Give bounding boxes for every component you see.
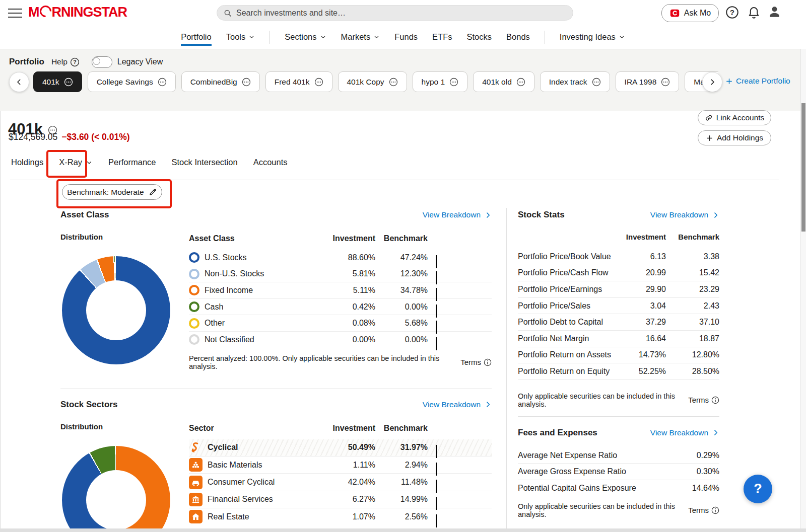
chip-menu-icon[interactable] — [158, 78, 167, 87]
nav-item-sections[interactable]: Sections — [285, 25, 326, 49]
tab-stock-intersection[interactable]: Stock Intersection — [171, 158, 239, 167]
link-accounts-button[interactable]: Link Accounts — [698, 110, 771, 125]
sector-name: Consumer Cyclical — [208, 478, 275, 487]
tab-holdings[interactable]: Holdings — [10, 158, 44, 167]
consumer-cyclical-icon — [189, 476, 203, 489]
legend-ring-icon — [189, 252, 199, 263]
add-holdings-button[interactable]: Add Holdings — [698, 130, 771, 145]
asset-class-name: Fixed Income — [205, 286, 253, 295]
investment-value: 0.42% — [327, 302, 375, 312]
tab-accounts[interactable]: Accounts — [252, 158, 289, 167]
portfolio-band: Portfolio Help ? Legacy View 401kCollege… — [0, 49, 806, 111]
sector-row: Basic Materials1.11%2.94% — [189, 456, 492, 473]
portfolio-chip-401k[interactable]: 401k — [33, 71, 82, 92]
portfolio-chip-college-savings[interactable]: College Savings — [88, 71, 176, 92]
benchmark-tick — [436, 288, 437, 301]
chip-menu-icon[interactable] — [516, 78, 525, 87]
fee-label: Average Net Expense Ratio — [518, 451, 697, 460]
stock-stats-view-breakdown-link[interactable]: View Breakdown — [650, 210, 719, 219]
chip-menu-icon[interactable] — [314, 78, 323, 87]
create-portfolio-button[interactable]: Create Portfolio — [725, 77, 790, 86]
fee-label: Average Gross Expense Ratio — [518, 467, 697, 476]
stat-benchmark-value: 28.50% — [666, 367, 719, 376]
fees-terms-link[interactable]: Terms — [688, 506, 719, 514]
profile-avatar-icon[interactable] — [768, 5, 781, 19]
main-navigation: PortfolioToolsSectionsMarketsFundsETFsSt… — [0, 25, 806, 49]
basic-materials-icon — [189, 458, 203, 472]
benchmark-tick — [436, 271, 437, 284]
fee-label: Potential Capital Gains Exposure — [518, 484, 692, 493]
chip-menu-icon[interactable] — [449, 78, 458, 87]
portfolio-chip-combinedbig[interactable]: CombinedBig — [181, 71, 260, 92]
benchmark-selector-button[interactable]: Benchmark: Moderate — [62, 184, 162, 200]
help-fab-button[interactable]: ? — [744, 475, 772, 503]
benchmark-value: 2.94% — [375, 461, 428, 470]
tab-label: Holdings — [11, 158, 43, 167]
benchmark-value: 5.68% — [375, 319, 428, 328]
fees-view-breakdown-link[interactable]: View Breakdown — [650, 428, 719, 437]
chip-menu-icon[interactable] — [64, 78, 73, 87]
search-input[interactable]: Search investments and site… — [217, 5, 573, 21]
sector-row: Financial Services6.27%14.99% — [189, 491, 492, 508]
asset-class-label-cell: Not Classified — [189, 334, 327, 345]
legacy-view-toggle[interactable] — [92, 56, 112, 68]
stat-investment-value: 14.73% — [616, 350, 666, 359]
stat-label: Portfolio Price/Earnings — [518, 285, 616, 294]
chip-label: IRA 1998 — [625, 78, 657, 87]
benchmark-value: 14.99% — [375, 495, 428, 504]
nav-item-tools[interactable]: Tools — [226, 25, 255, 49]
chips-scroll-right-button[interactable] — [702, 72, 722, 92]
portfolio-chip-ira-1998[interactable]: IRA 1998 — [616, 71, 680, 92]
scrollbar-thumb[interactable] — [801, 103, 805, 232]
stat-benchmark-value: 3.38 — [666, 252, 719, 261]
asset-class-table: Asset Class Investment Benchmark U.S. St… — [189, 233, 492, 370]
stat-label: Portfolio Return on Equity — [518, 367, 616, 376]
nav-item-bonds[interactable]: Bonds — [506, 25, 530, 49]
page-scrollbar[interactable] — [800, 49, 806, 528]
stock-stats-terms-link[interactable]: Terms — [688, 396, 719, 404]
benchmark-tick — [436, 305, 437, 318]
investment-value: 42.04% — [327, 478, 375, 487]
portfolio-chip-401k-old[interactable]: 401k old — [473, 71, 534, 92]
legend-ring-icon — [189, 269, 199, 279]
portfolio-chip-401k-copy[interactable]: 401k Copy — [338, 71, 407, 92]
investment-value: 88.60% — [327, 253, 375, 262]
fee-row: Average Gross Expense Ratio0.30% — [518, 463, 719, 480]
chip-menu-icon[interactable] — [661, 78, 670, 87]
stock-sectors-view-breakdown-link[interactable]: View Breakdown — [423, 400, 492, 409]
tab-label: Accounts — [253, 158, 288, 167]
stock-stat-row: Portfolio Price/Cash Flow20.9915.42 — [518, 265, 719, 282]
nav-item-funds[interactable]: Funds — [394, 25, 418, 49]
nav-item-investing-ideas[interactable]: Investing Ideas — [560, 25, 625, 49]
asset-class-row: Not Classified0.00%0.00% — [189, 331, 492, 348]
notifications-bell-icon[interactable] — [747, 6, 761, 19]
fees-title: Fees and Expenses — [518, 428, 597, 438]
portfolio-chip-hypo-1[interactable]: hypo 1 — [413, 71, 468, 92]
chip-menu-icon[interactable] — [242, 78, 251, 87]
asset-class-row: Fixed Income5.11%34.78% — [189, 282, 492, 298]
chip-menu-icon[interactable] — [389, 78, 398, 87]
portfolio-chip-index-track[interactable]: Index track — [540, 71, 610, 92]
asset-class-note: Percent analyzed: 100.00%. Only applicab… — [189, 354, 460, 370]
benchmark-value: 0.00% — [375, 335, 428, 344]
help-icon[interactable]: ? — [725, 6, 739, 19]
asset-class-view-breakdown-link[interactable]: View Breakdown — [423, 210, 492, 219]
ask-mo-button[interactable]: Ask Mo — [661, 4, 719, 22]
tab-performance[interactable]: Performance — [107, 158, 157, 167]
nav-item-portfolio[interactable]: Portfolio — [181, 25, 212, 49]
chips-scroll-left-button[interactable] — [9, 72, 29, 92]
portfolio-tabs: HoldingsX-RayPerformanceStock Intersecti… — [10, 151, 289, 174]
asset-class-terms-link[interactable]: Terms — [460, 358, 492, 366]
nav-item-markets[interactable]: Markets — [341, 25, 380, 49]
chip-menu-icon[interactable] — [592, 78, 601, 87]
help-link[interactable]: Help ? — [51, 57, 80, 67]
hamburger-menu-icon[interactable] — [8, 9, 22, 18]
tab-x-ray[interactable]: X-Ray — [58, 158, 94, 167]
chevron-right-icon — [484, 401, 492, 408]
nav-item-etfs[interactable]: ETFs — [432, 25, 452, 49]
morningstar-logo[interactable]: MRNINGSTAR — [28, 5, 127, 20]
nav-item-stocks[interactable]: Stocks — [467, 25, 492, 49]
portfolio-chip-fred-401k[interactable]: Fred 401k — [265, 71, 332, 92]
investment-value: 50.49% — [327, 443, 375, 452]
stat-benchmark-value: 23.29 — [666, 285, 719, 294]
